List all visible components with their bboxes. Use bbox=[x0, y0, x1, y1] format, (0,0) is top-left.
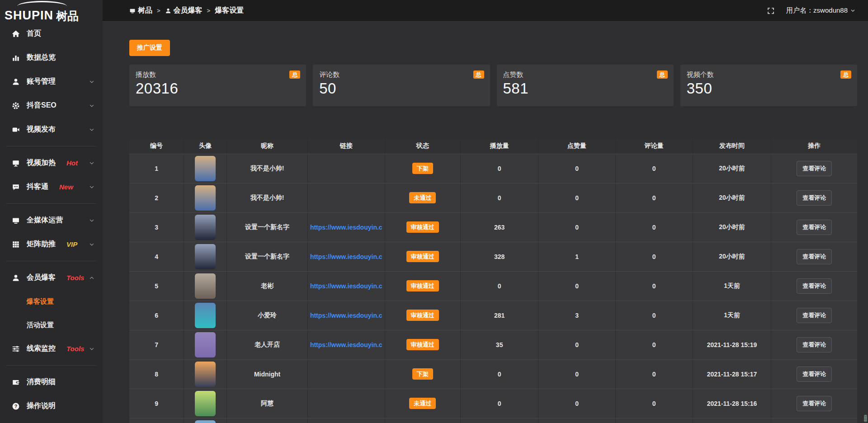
app-logo[interactable]: SHUPIN 树品 bbox=[0, 0, 103, 22]
sidebar-item-matrix-boost[interactable]: 矩阵助推VIP bbox=[0, 232, 103, 256]
view-comments-button[interactable]: 查看评论 bbox=[797, 249, 832, 264]
cell-avatar bbox=[184, 183, 227, 212]
sidebar-item-label: 抖客通 bbox=[27, 182, 48, 192]
sidebar-item-home[interactable]: 首页 bbox=[0, 22, 103, 46]
stat-value: 350 bbox=[687, 80, 851, 97]
view-comments-button[interactable]: 查看评论 bbox=[797, 278, 832, 294]
cell-plays bbox=[461, 418, 538, 423]
avatar bbox=[195, 156, 216, 181]
cell-actions bbox=[771, 418, 857, 423]
video-link[interactable]: https://www.iesdouyin.c bbox=[310, 224, 382, 231]
view-comments-button[interactable]: 查看评论 bbox=[797, 161, 832, 176]
cell-nickname: 设置一个新名字 bbox=[227, 212, 308, 242]
main-area: 树品>会员爆客>爆客设置 用户名：zswodun88 推广设置 播放数20316… bbox=[103, 0, 868, 423]
cell-link: https://www.iesdouyin.c bbox=[307, 330, 385, 359]
status-badge: 审核通过 bbox=[406, 251, 439, 262]
cell-likes: 3 bbox=[538, 301, 616, 330]
sidebar-subitem-activity-settings[interactable]: 活动设置 bbox=[0, 313, 103, 337]
cell-link: https://www.iesdouyin.c bbox=[307, 242, 385, 271]
menu-badge: Tools bbox=[66, 345, 84, 352]
cell-link: https://www.iesdouyin.c bbox=[307, 301, 385, 330]
cell-avatar bbox=[184, 359, 227, 389]
cell-likes: 0 bbox=[538, 359, 616, 389]
view-comments-button[interactable]: 查看评论 bbox=[797, 308, 832, 323]
cell-id: 1 bbox=[129, 154, 184, 183]
cell-actions: 查看评论 bbox=[771, 330, 857, 359]
sidebar-item-account-management[interactable]: 账号管理 bbox=[0, 70, 103, 94]
cell-likes: 0 bbox=[538, 183, 616, 212]
sidebar-item-media-operation[interactable]: 全媒体运营 bbox=[0, 208, 103, 232]
screen-icon bbox=[12, 159, 20, 167]
video-link[interactable]: https://www.iesdouyin.c bbox=[310, 282, 382, 290]
user-icon bbox=[12, 78, 20, 86]
video-link[interactable]: https://www.iesdouyin.c bbox=[310, 312, 382, 319]
view-comments-button[interactable]: 查看评论 bbox=[797, 337, 832, 352]
view-comments-button[interactable]: 查看评论 bbox=[797, 190, 832, 206]
cell-plays: 0 bbox=[461, 271, 538, 301]
view-comments-button[interactable]: 查看评论 bbox=[797, 396, 832, 411]
view-comments-button[interactable]: 查看评论 bbox=[797, 367, 832, 382]
status-badge: 审核通过 bbox=[406, 310, 439, 321]
breadcrumb-label: 爆客设置 bbox=[215, 6, 244, 15]
cell-comments bbox=[615, 418, 693, 423]
video-link[interactable]: https://www.iesdouyin.c bbox=[310, 341, 382, 348]
menu-badge: New bbox=[59, 183, 73, 191]
page-content: 推广设置 播放数20316总评论数50总点赞数581总视频个数350总 编号头像… bbox=[103, 22, 868, 423]
sidebar-item-label: 抖音SEO bbox=[27, 101, 57, 110]
cell-publish-time: 20小时前 bbox=[693, 242, 771, 271]
promo-settings-button[interactable]: 推广设置 bbox=[129, 40, 170, 56]
table-row: 2我不是小帅!未通过00020小时前查看评论 bbox=[129, 183, 857, 212]
sidebar-item-operation-guide[interactable]: ?操作说明 bbox=[0, 394, 103, 418]
cell-nickname bbox=[227, 418, 308, 423]
breadcrumb-item-shupin[interactable]: 树品 bbox=[129, 6, 152, 15]
sidebar-item-douketong[interactable]: 抖客通New bbox=[0, 175, 103, 199]
avatar bbox=[195, 420, 216, 423]
cell-id: 2 bbox=[129, 183, 184, 212]
help-icon: ? bbox=[12, 402, 20, 410]
column-header: 头像 bbox=[184, 139, 227, 154]
cell-actions: 查看评论 bbox=[771, 301, 857, 330]
chart-icon bbox=[12, 54, 20, 62]
cell-status: 审核通过 bbox=[385, 301, 460, 330]
chevron-down-icon bbox=[89, 103, 94, 108]
sliders-icon bbox=[12, 345, 20, 353]
cell-actions: 查看评论 bbox=[771, 154, 857, 183]
sidebar-item-video-heat[interactable]: 视频加热Hot bbox=[0, 151, 103, 175]
breadcrumb-item-member-baoke[interactable]: 会员爆客 bbox=[165, 6, 203, 15]
logo-arc-decoration bbox=[17, 1, 67, 6]
sidebar-item-video-publish[interactable]: 视频发布 bbox=[0, 118, 103, 141]
monitor-icon bbox=[129, 8, 136, 14]
sidebar-item-member-baoke[interactable]: 会员爆客Tools bbox=[0, 266, 103, 290]
cell-status: 审核通过 bbox=[385, 330, 460, 359]
cell-status: 审核通过 bbox=[385, 271, 460, 301]
sidebar-item-clue-monitor[interactable]: 线索监控Tools bbox=[0, 337, 103, 361]
cell-avatar bbox=[184, 271, 227, 301]
sidebar-item-label: 消费明细 bbox=[27, 377, 56, 387]
table-row: 6小爱玲https://www.iesdouyin.c审核通过281301天前查… bbox=[129, 301, 857, 330]
sidebar-subitem-baoke-settings[interactable]: 爆客设置 bbox=[0, 290, 103, 313]
sidebar-item-consume-detail[interactable]: 消费明细 bbox=[0, 370, 103, 394]
stat-label: 评论数 bbox=[319, 70, 483, 79]
breadcrumb-item-baoke-settings[interactable]: 爆客设置 bbox=[215, 6, 244, 15]
username-label: 用户名：zswodun88 bbox=[786, 6, 848, 15]
sidebar-item-label: 视频加热 bbox=[27, 158, 56, 168]
status-badge: 未通过 bbox=[409, 192, 436, 203]
chat-icon bbox=[12, 183, 20, 191]
cell-plays: 0 bbox=[461, 154, 538, 183]
submenu-member-baoke: 爆客设置活动设置 bbox=[0, 290, 103, 337]
stat-card-video-count: 视频个数350总 bbox=[680, 65, 857, 106]
sidebar-item-douyin-seo[interactable]: 抖音SEO bbox=[0, 94, 103, 118]
cell-actions: 查看评论 bbox=[771, 242, 857, 271]
column-header: 操作 bbox=[771, 139, 857, 154]
user-menu[interactable]: 用户名：zswodun88 bbox=[786, 6, 855, 15]
cell-id: 3 bbox=[129, 212, 184, 242]
video-link[interactable]: https://www.iesdouyin.c bbox=[310, 253, 382, 260]
cell-status: 下架 bbox=[385, 359, 460, 389]
cell-publish-time: 1天前 bbox=[693, 301, 771, 330]
sidebar-item-data-overview[interactable]: 数据总览 bbox=[0, 46, 103, 70]
scrollbar-thumb[interactable] bbox=[864, 415, 867, 422]
view-comments-button[interactable]: 查看评论 bbox=[797, 220, 832, 235]
stat-total-badge: 总 bbox=[473, 70, 484, 79]
sidebar-divider bbox=[6, 365, 96, 366]
fullscreen-button[interactable] bbox=[767, 7, 774, 14]
